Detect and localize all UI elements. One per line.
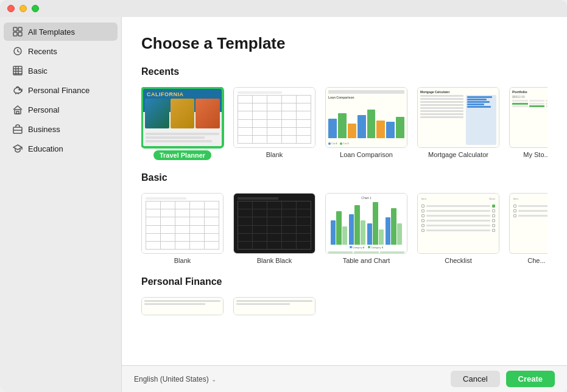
sidebar-item-label: Business: [28, 125, 60, 134]
close-button[interactable]: [7, 5, 15, 12]
sidebar-item-label: All Templates: [28, 27, 75, 37]
grid-icon: [12, 26, 23, 37]
sidebar-item-all-templates[interactable]: All Templates: [4, 23, 118, 41]
personal-finance-section: Personal Finance: [141, 276, 548, 315]
template-thumb[interactable]: [141, 297, 224, 315]
template-name: Blank: [174, 257, 191, 264]
template-item-blank[interactable]: Blank: [233, 87, 315, 160]
maximize-button[interactable]: [32, 5, 39, 12]
sidebar-item-label: Basic: [28, 66, 48, 75]
sidebar-item-education[interactable]: Education: [4, 139, 118, 158]
recents-template-row: CALIFORNIA: [141, 87, 548, 160]
svg-rect-15: [16, 111, 19, 114]
sidebar-item-label: Recents: [28, 47, 57, 56]
personal-finance-section-label: Personal Finance: [141, 276, 548, 287]
template-item-basic-blank[interactable]: Blank: [141, 193, 224, 264]
template-name: Checklist: [445, 257, 472, 264]
main-content: Choose a Template Recents CALIFORNIA: [122, 17, 567, 392]
minimize-button[interactable]: [19, 5, 27, 12]
page-title: Choose a Template: [141, 34, 548, 53]
template-item-checklist2[interactable]: Item Done: [509, 193, 548, 264]
basic-section: Basic: [141, 172, 548, 264]
template-name: Blank: [266, 151, 283, 158]
template-name: My Sto...: [523, 151, 548, 158]
sidebar-item-business[interactable]: Business: [4, 120, 118, 138]
table-icon: [12, 65, 23, 76]
recents-section: Recents CALIFORNIA: [141, 66, 548, 160]
template-thumb[interactable]: CALIFORNIA: [141, 87, 224, 148]
language-selector[interactable]: English (United States) ⌃: [134, 375, 216, 383]
svg-rect-2: [13, 32, 17, 36]
chevron-down-icon: ⌃: [211, 376, 216, 382]
sidebar-item-label: Education: [28, 144, 63, 153]
template-name: Loan Comparison: [340, 151, 393, 158]
bottom-bar: English (United States) ⌃ Cancel Create: [122, 365, 567, 392]
template-thumb[interactable]: [233, 297, 315, 315]
template-name: Blank Black: [257, 257, 292, 264]
template-item-blank-black[interactable]: Blank Black: [233, 193, 315, 264]
template-thumb[interactable]: Mortgage Calculator: [417, 87, 499, 148]
piggy-bank-icon: [12, 85, 23, 96]
template-item-pf-2[interactable]: [233, 297, 315, 315]
template-badge: Travel Planner: [153, 150, 211, 160]
template-item-pf-1[interactable]: [141, 297, 224, 315]
template-thumb[interactable]: [141, 193, 224, 254]
graduation-cap-icon: [12, 143, 23, 154]
content-area: Choose a Template Recents CALIFORNIA: [122, 17, 567, 365]
template-item-mortgage-calculator[interactable]: Mortgage Calculator: [417, 87, 499, 160]
template-thumb[interactable]: Item Done: [509, 193, 548, 254]
sidebar-item-personal-finance[interactable]: Personal Finance: [4, 81, 118, 99]
sidebar-item-personal[interactable]: Personal: [4, 100, 118, 119]
svg-point-11: [19, 89, 20, 90]
template-item-my-stock[interactable]: Portfolio $8910.50: [509, 87, 548, 160]
cancel-button[interactable]: Cancel: [451, 371, 499, 387]
template-thumb[interactable]: [233, 87, 315, 148]
svg-rect-1: [18, 27, 22, 31]
sidebar-item-label: Personal: [28, 105, 59, 114]
briefcase-icon: [12, 124, 23, 135]
svg-rect-0: [13, 27, 17, 31]
template-name: Table and Chart: [343, 257, 390, 264]
create-button[interactable]: Create: [506, 371, 555, 387]
sidebar-item-recents[interactable]: Recents: [4, 42, 118, 60]
personal-finance-template-row: [141, 297, 548, 315]
template-thumb[interactable]: [233, 193, 315, 254]
template-item-table-chart[interactable]: Chart 1: [325, 193, 407, 264]
template-item-loan-comparison[interactable]: Loan Comparison: [325, 87, 407, 160]
bottom-buttons: Cancel Create: [451, 371, 555, 387]
template-item-checklist[interactable]: Item Done: [417, 193, 499, 264]
template-thumb[interactable]: Portfolio $8910.50: [509, 87, 548, 148]
template-item-travel-planner[interactable]: CALIFORNIA: [141, 87, 224, 160]
svg-marker-18: [13, 145, 22, 150]
app-body: All Templates Recents: [0, 17, 567, 392]
svg-rect-3: [18, 32, 22, 36]
clock-icon: [12, 46, 23, 57]
basic-section-label: Basic: [141, 172, 548, 183]
template-thumb[interactable]: Chart 1: [325, 193, 407, 254]
home-icon: [12, 104, 23, 115]
sidebar-item-label: Personal Finance: [28, 86, 90, 95]
sidebar: All Templates Recents: [0, 17, 122, 392]
template-thumb[interactable]: Item Done: [417, 193, 499, 254]
sidebar-item-basic[interactable]: Basic: [4, 61, 118, 80]
basic-template-row: Blank: [141, 193, 548, 264]
template-name: Mortgage Calculator: [428, 151, 488, 158]
recents-section-label: Recents: [141, 66, 548, 77]
title-bar: [0, 0, 567, 17]
template-thumb[interactable]: Loan Comparison: [325, 87, 407, 148]
template-name: Che...: [527, 257, 545, 264]
language-label: English (United States): [134, 375, 209, 383]
